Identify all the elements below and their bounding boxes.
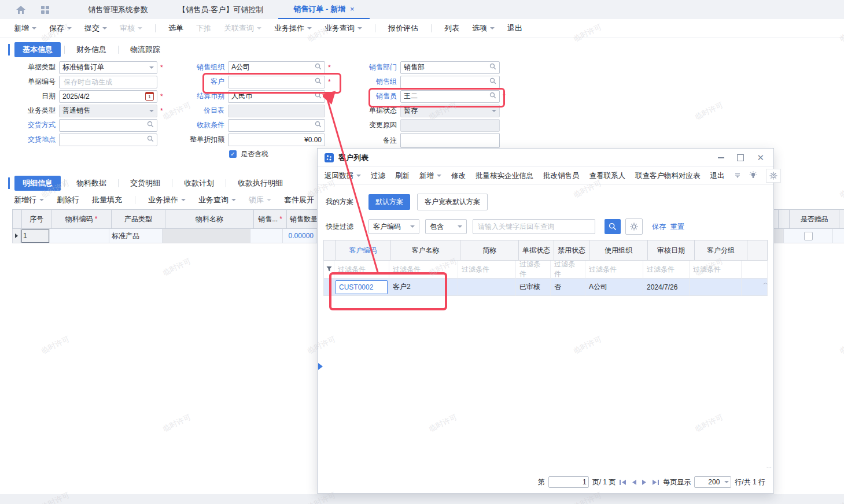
refresh-button[interactable]: 刷新 bbox=[395, 171, 410, 181]
tab-material-data[interactable]: 物料数据 bbox=[68, 176, 115, 191]
col-doc-status[interactable]: 单据状态 bbox=[519, 240, 554, 261]
delete-row-button[interactable]: 删除行 bbox=[57, 195, 79, 205]
batch-change-salesman-button[interactable]: 批改销售员 bbox=[543, 171, 580, 181]
date-field[interactable]: 2025/4/21 bbox=[59, 90, 157, 103]
new-button[interactable]: 新增 bbox=[14, 23, 36, 34]
submit-button[interactable]: 提交 bbox=[84, 23, 107, 34]
page-input[interactable] bbox=[548, 476, 589, 488]
sales-group-lookup[interactable] bbox=[400, 76, 500, 88]
col-sales-truncated[interactable]: 销售...* bbox=[254, 209, 287, 229]
tab-payment-exec-detail[interactable]: 收款执行明细 bbox=[230, 176, 291, 191]
save-scheme-link[interactable]: 保存 bbox=[652, 222, 666, 232]
payment-terms-label[interactable]: 收款条件 bbox=[171, 120, 228, 130]
return-data-button[interactable]: 返回数据 bbox=[325, 171, 361, 181]
detail-business-operation-button[interactable]: 业务操作 bbox=[148, 195, 186, 205]
sales-group-label[interactable]: 销售组 bbox=[346, 77, 400, 87]
gift-checkbox[interactable] bbox=[804, 232, 813, 240]
filter-cell[interactable]: 过滤条件 bbox=[458, 261, 516, 279]
pick-order-button[interactable]: 选单 bbox=[168, 23, 183, 34]
col-product-type[interactable]: 产品类型 bbox=[112, 209, 165, 229]
default-scheme-button[interactable]: 默认方案 bbox=[368, 194, 410, 210]
cell-audit-date[interactable]: 2024/7/26 bbox=[643, 279, 690, 296]
prev-page-icon[interactable] bbox=[631, 479, 637, 486]
quote-eval-button[interactable]: 报价评估 bbox=[388, 23, 418, 34]
col-audit-date[interactable]: 审核日期 bbox=[648, 240, 695, 261]
save-button[interactable]: 保存 bbox=[49, 23, 72, 34]
tab-salesman-customer-control[interactable]: 【销售员-客户】可销控制 bbox=[163, 0, 278, 19]
delivery-place-label[interactable]: 交货地点 bbox=[6, 135, 59, 144]
col-forbid-status[interactable]: 禁用状态 bbox=[554, 240, 589, 261]
filter-cell[interactable]: 过滤条件 bbox=[551, 261, 585, 279]
search-icon[interactable] bbox=[315, 77, 322, 86]
per-page-select[interactable]: 200 bbox=[694, 476, 731, 488]
discount-field[interactable]: ¥0.00 bbox=[228, 134, 325, 146]
gear-icon[interactable] bbox=[766, 169, 781, 183]
batch-fill-button[interactable]: 批量填充 bbox=[92, 195, 122, 205]
tab-payment-plan[interactable]: 收款计划 bbox=[176, 176, 222, 191]
tab-delivery-detail[interactable]: 交货明细 bbox=[122, 176, 168, 191]
view-contacts-button[interactable]: 查看联系人 bbox=[589, 171, 626, 181]
app-menu-icon[interactable] bbox=[40, 0, 50, 19]
col-is-gift[interactable]: 是否赠品 bbox=[790, 209, 839, 229]
maximize-icon[interactable] bbox=[737, 154, 744, 161]
col-use-org[interactable]: 使用组织 bbox=[589, 240, 648, 261]
filter-cell[interactable]: 过滤条件 bbox=[585, 261, 643, 279]
cell-is-gift[interactable] bbox=[784, 229, 833, 243]
business-operation-button[interactable]: 业务操作 bbox=[274, 23, 312, 34]
customer-lookup[interactable] bbox=[228, 76, 325, 88]
calendar-icon[interactable]: 1 bbox=[145, 92, 154, 101]
customer-row-1[interactable]: CUST0002 客户2 已审核 否 A公司 2024/7/26 bbox=[323, 279, 768, 296]
filter-button[interactable]: 过滤 bbox=[371, 171, 385, 181]
filter-operator-select[interactable]: 包含 bbox=[425, 219, 467, 234]
customer-label[interactable]: 客户 bbox=[171, 77, 228, 87]
modify-button[interactable]: 修改 bbox=[451, 171, 466, 181]
sales-dept-label[interactable]: 销售部门 bbox=[346, 62, 400, 72]
options-button[interactable]: 选项 bbox=[472, 23, 495, 34]
search-icon[interactable] bbox=[489, 77, 496, 86]
filter-field-select[interactable]: 客户编码 bbox=[368, 219, 419, 234]
col-customer-code[interactable]: 客户编码 bbox=[336, 240, 391, 261]
doc-type-select[interactable]: 标准销售订单 bbox=[59, 61, 157, 74]
cell-sales-qty[interactable]: 0.00000 bbox=[283, 229, 316, 243]
exit-button[interactable]: 退出 bbox=[507, 23, 522, 34]
minimize-icon[interactable] bbox=[718, 157, 724, 158]
col-material-code[interactable]: 物料编码* bbox=[51, 209, 112, 229]
search-icon[interactable] bbox=[147, 121, 154, 129]
first-page-icon[interactable] bbox=[619, 479, 627, 486]
filter-cell[interactable]: 过滤条件 bbox=[389, 261, 458, 279]
filter-cell[interactable]: 过滤条件 bbox=[516, 261, 551, 279]
collapse-toolbar-icon[interactable] bbox=[735, 172, 740, 180]
doc-no-field[interactable] bbox=[59, 76, 157, 88]
panel-expand-handle[interactable] bbox=[318, 363, 323, 370]
cell-customer-name[interactable]: 客户2 bbox=[389, 279, 458, 296]
filter-cell[interactable]: 过滤条件 bbox=[690, 261, 742, 279]
tax-included-checkbox[interactable]: ✓ bbox=[229, 150, 237, 158]
batch-verify-button[interactable]: 批量核实企业信息 bbox=[476, 171, 533, 181]
biz-type-select[interactable]: 普通销售 bbox=[59, 105, 157, 117]
dialog-title-bar[interactable]: 客户列表 ✕ bbox=[318, 149, 773, 167]
tab-sales-order-new[interactable]: 销售订单 - 新增 × bbox=[278, 0, 369, 19]
add-row-button[interactable]: 新增行 bbox=[14, 195, 44, 205]
filter-cell[interactable]: 过滤条件 bbox=[334, 261, 389, 279]
col-customer-group[interactable]: 客户分组 bbox=[695, 240, 747, 261]
col-seq[interactable]: 序号 bbox=[22, 209, 51, 229]
lightbulb-icon[interactable] bbox=[749, 171, 758, 181]
tab-sales-system-params[interactable]: 销售管理系统参数 bbox=[73, 0, 163, 19]
payment-terms-lookup[interactable] bbox=[228, 119, 325, 132]
tab-logistics-tracking[interactable]: 物流跟踪 bbox=[122, 42, 168, 57]
cell-material-code[interactable] bbox=[50, 229, 109, 243]
search-icon[interactable] bbox=[489, 92, 496, 101]
next-page-icon[interactable] bbox=[641, 479, 648, 486]
currency-lookup[interactable]: 人民币 bbox=[228, 90, 325, 103]
col-material-name[interactable]: 物料名称 bbox=[165, 209, 254, 229]
cell-abbr[interactable] bbox=[458, 279, 516, 296]
cell-use-org[interactable]: A公司 bbox=[585, 279, 643, 296]
delivery-place-lookup[interactable] bbox=[59, 134, 157, 146]
reset-link[interactable]: 重置 bbox=[670, 222, 684, 232]
wide-scheme-button[interactable]: 客户宽表默认方案 bbox=[417, 194, 488, 210]
price-list-label[interactable]: 价目表 bbox=[171, 106, 228, 116]
sales-org-lookup[interactable]: A公司 bbox=[228, 61, 325, 74]
dialog-new-button[interactable]: 新增 bbox=[419, 171, 441, 181]
col-customer-name[interactable]: 客户名称 bbox=[391, 240, 460, 261]
search-icon[interactable] bbox=[315, 92, 322, 101]
